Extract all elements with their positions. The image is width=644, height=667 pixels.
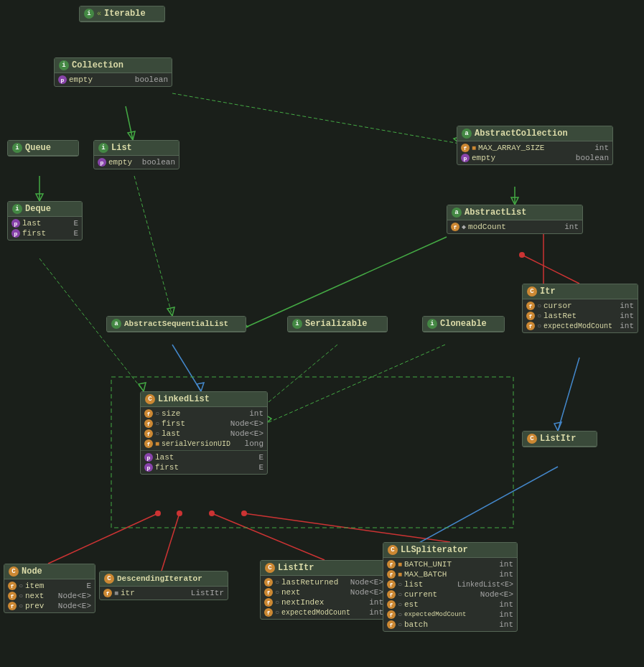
class-listitr-abstract: C ListItr [522,431,597,447]
field-next: f ○ next Node<E> [4,591,95,601]
class-descendingiterator: C DescendingIterator f ■ itr ListItr [99,571,228,600]
svg-line-30 [48,513,158,564]
class-header: C Node [4,564,95,579]
class-abstractsequentiallist: a AbstractSequentialList [106,316,246,332]
svg-marker-13 [167,307,174,316]
class-header: i Queue [8,141,78,156]
svg-line-22 [172,345,201,391]
field-next: f ○ next Node<E> [261,587,387,597]
svg-point-35 [209,510,215,516]
svg-marker-21 [554,422,561,431]
field-prev: f ○ prev Node<E> [4,601,95,611]
svg-point-31 [155,510,161,516]
class-listitr-inner: C ListItr f ○ lastReturned Node<E> f ○ n… [260,560,388,620]
class-fields: f ■ itr ListItr [100,587,228,600]
class-header: i Serializable [288,317,387,332]
class-header: a AbstractList [447,205,582,220]
field-last-prop: p last E [141,452,267,462]
class-queue: i Queue [7,140,79,157]
class-list: i List p empty boolean [93,140,179,169]
field-item: f ○ item E [4,581,95,591]
svg-line-26 [266,345,445,424]
class-header: i Collection [55,58,172,73]
svg-line-20 [558,358,579,431]
class-header: a AbstractCollection [457,126,612,141]
class-header: C DescendingIterator [100,572,228,587]
svg-point-17 [519,252,525,258]
class-header: i List [94,141,179,156]
class-llspliterator: C LLSpliterator f ■ BATCH_UNIT int f ■ M… [383,542,518,632]
svg-line-6 [172,93,459,144]
svg-line-32 [162,513,179,571]
class-header: i « Iterable [80,6,164,22]
class-header: i Deque [8,202,82,217]
field-expectedmodcount2: f ○ expectedModCount int [383,610,517,620]
class-deque: i Deque p last E p first E [7,201,83,241]
svg-line-16 [522,255,579,284]
class-fields: p last E p first E [8,217,82,240]
field-lastret: f ○ lastRet int [523,311,638,321]
class-itr: C Itr f ○ cursor int f ○ lastRet int f ○… [522,284,638,333]
field-first: p first E [8,228,82,238]
uml-diagram: i « Iterable i Collection p empty boolea… [0,0,644,667]
field-last: p last E [8,218,82,228]
class-header: C ListItr [261,561,387,576]
field-first-prop: p first E [141,462,267,472]
svg-point-37 [241,510,247,516]
svg-marker-9 [36,194,43,201]
svg-point-33 [177,510,182,516]
field-expectedmodcount: f ○ expectedModCount int [261,607,387,617]
svg-marker-23 [197,383,204,391]
class-header: C Itr [523,284,638,299]
field-size: f ○ size int [141,409,267,419]
svg-line-4 [126,106,133,140]
class-serializable: i Serializable [287,316,388,332]
class-header: C LinkedList [141,392,267,407]
class-header: C ListItr [523,432,597,447]
class-fields: f ◆ modCount int [447,220,582,233]
field-empty: p empty boolean [94,157,179,167]
svg-line-12 [134,176,172,316]
field-batch: f ○ batch int [383,620,517,630]
class-header: i Cloneable [423,317,504,332]
field-cursor: f ○ cursor int [523,301,638,311]
svg-line-34 [212,513,325,560]
svg-marker-11 [511,197,518,205]
class-linkedlist: C LinkedList f ○ size int f ○ first Node… [140,391,268,475]
field-current: f ○ current Node<E> [383,589,517,600]
divider [141,450,267,451]
field-itr: f ■ itr ListItr [100,588,228,598]
class-fields: f ○ size int f ○ first Node<E> f ○ last … [141,407,267,474]
field-icon: p [58,75,67,84]
class-header: a AbstractSequentialList [107,317,246,332]
field-max: f ■ MAX_ARRAY_SIZE int [457,143,612,153]
class-fields: f ○ item E f ○ next Node<E> f ○ prev Nod… [4,579,95,612]
field-empty: p empty boolean [55,75,172,85]
class-fields: p empty boolean [55,73,172,86]
field-last: f ○ last Node<E> [141,429,267,439]
class-collection: i Collection p empty boolean [54,57,172,87]
class-header: C LLSpliterator [383,543,517,558]
class-fields: f ○ lastReturned Node<E> f ○ next Node<E… [261,576,387,619]
svg-marker-29 [139,383,146,391]
field-nextindex: f ○ nextIndex int [261,597,387,607]
field-empty: p empty boolean [457,153,612,163]
class-cloneable: i Cloneable [422,316,505,332]
field-serialversionuid: f ■ serialVersionUID long [141,439,267,449]
field-lastreturned: f ○ lastReturned Node<E> [261,577,387,587]
field-list: f ○ list LinkedList<E> [383,579,517,589]
field-expectedmodcount: f ○ expectedModCount int [523,321,638,331]
field-est: f ○ est int [383,600,517,610]
svg-marker-5 [128,131,135,140]
svg-line-36 [244,513,450,542]
class-fields: f ○ cursor int f ○ lastRet int f ○ expec… [523,299,638,332]
field-maxbatch: f ■ MAX_BATCH int [383,569,517,579]
class-fields: f ■ BATCH_UNIT int f ■ MAX_BATCH int f ○… [383,558,517,631]
class-abstractlist: a AbstractList f ◆ modCount int [447,205,583,234]
field-batchunit: f ■ BATCH_UNIT int [383,559,517,569]
class-iterable: i « Iterable [79,6,165,22]
class-node: C Node f ○ item E f ○ next Node<E> f ○ p… [4,564,95,613]
field-first: f ○ first Node<E> [141,419,267,429]
interface-icon: i [84,9,94,19]
class-fields: p empty boolean [94,156,179,169]
